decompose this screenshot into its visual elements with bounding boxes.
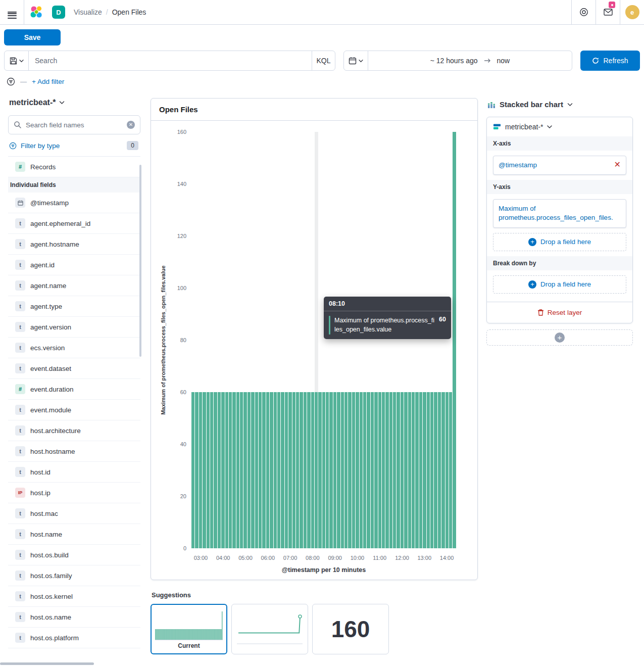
records-field-row[interactable]: # Records	[8, 157, 140, 177]
y-drop-label: Drop a field here	[540, 238, 591, 246]
bar	[352, 392, 355, 548]
text-field-icon: t	[15, 550, 25, 560]
suggestions-row: Current 160	[151, 604, 478, 654]
field-name: event.module	[30, 406, 71, 414]
x-tick-label: 14:00	[440, 555, 454, 561]
field-row[interactable]: #event.duration	[8, 379, 140, 400]
field-name: event.duration	[30, 386, 74, 393]
newsfeed-button[interactable]	[596, 0, 620, 24]
chart-panel: Open Files Maximum of prometheus.process…	[151, 98, 478, 580]
user-menu[interactable]: e	[620, 0, 644, 24]
suggestion-metric[interactable]: 160	[312, 604, 389, 654]
bar	[266, 392, 269, 548]
elastic-logo[interactable]	[24, 0, 48, 24]
chevron-down-icon	[567, 103, 573, 107]
save-button[interactable]: Save	[4, 29, 61, 45]
horizontal-scrollbar[interactable]	[0, 662, 94, 665]
field-row[interactable]: thost.name	[8, 524, 140, 545]
bar	[304, 392, 307, 548]
y-tick-label: 160	[177, 129, 186, 135]
y-dimension-pill[interactable]: Maximum of prometheus.process_files_open…	[493, 199, 626, 227]
layer-index-pattern[interactable]: metricbeat-*	[487, 117, 632, 136]
bar	[434, 392, 437, 548]
date-quick-menu-button[interactable]	[344, 51, 368, 70]
field-row[interactable]: thost.id	[8, 462, 140, 483]
tooltip-value: 60	[439, 316, 446, 334]
field-row[interactable]: tagent.id	[8, 255, 140, 275]
field-name: agent.ephemeral_id	[30, 220, 90, 227]
field-row[interactable]: tagent.ephemeral_id	[8, 213, 140, 234]
field-row[interactable]: tagent.type	[8, 296, 140, 317]
bar	[397, 392, 400, 548]
y-axis-drop-zone[interactable]: + Drop a field here	[493, 233, 626, 251]
field-search-input[interactable]	[26, 121, 123, 129]
number-field-icon: #	[15, 162, 25, 172]
x-tick-label: 06:00	[261, 555, 275, 561]
field-row[interactable]: tagent.version	[8, 317, 140, 338]
saved-query-menu-button[interactable]	[5, 51, 29, 70]
field-row[interactable]: tevent.dataset	[8, 358, 140, 379]
field-row[interactable]: tevent.module	[8, 400, 140, 420]
field-row[interactable]: thost.os.build	[8, 545, 140, 565]
menu-icon[interactable]	[0, 0, 24, 24]
bar	[337, 392, 340, 548]
add-filter-link[interactable]: + Add filter	[32, 78, 64, 85]
field-row[interactable]: thost.os.family	[8, 565, 140, 586]
breakdown-group: + Drop a field here	[487, 270, 632, 299]
date-range[interactable]: ~ 12 hours ago now	[368, 51, 572, 70]
field-row[interactable]: thost.os.kernel	[8, 586, 140, 607]
x-tick-label: 08:00	[306, 555, 320, 561]
field-row[interactable]: thost.hostname	[8, 441, 140, 462]
space-selector[interactable]: D	[48, 0, 69, 24]
y-tick-label: 40	[180, 441, 186, 447]
filter-by-type[interactable]: Filter by type 0	[8, 134, 140, 156]
suggestion-current[interactable]: Current	[151, 604, 227, 654]
field-row[interactable]: tagent.name	[8, 275, 140, 296]
field-row[interactable]: IPhost.ip	[8, 483, 140, 503]
bar	[449, 392, 452, 548]
date-range-start[interactable]: ~ 12 hours ago	[430, 57, 478, 65]
text-field-icon: t	[15, 446, 25, 456]
text-field-icon: t	[15, 280, 25, 291]
filter-count-badge: 0	[127, 141, 138, 150]
x-dimension-pill[interactable]: @timestamp ✕	[493, 156, 626, 175]
field-row[interactable]: thost.architecture	[8, 420, 140, 441]
breakdown-drop-zone[interactable]: + Drop a field here	[493, 275, 626, 294]
search-input[interactable]	[29, 51, 312, 70]
bar	[262, 392, 265, 548]
bar	[277, 392, 280, 548]
field-row[interactable]: tagent.hostname	[8, 234, 140, 255]
clear-search-button[interactable]: ✕	[127, 121, 135, 129]
filter-options-button[interactable]	[7, 77, 15, 86]
text-field-icon: t	[15, 322, 25, 332]
suggestion-line-chart[interactable]	[231, 604, 308, 654]
bar	[218, 392, 221, 548]
x-tick-label: 04:00	[216, 555, 230, 561]
bar	[207, 392, 210, 548]
y-tick-label: 20	[180, 493, 186, 499]
refresh-button[interactable]: Refresh	[580, 51, 640, 71]
add-layer-button[interactable]: +	[555, 332, 565, 343]
y-tick-label: 0	[183, 545, 186, 551]
field-row[interactable]: thost.os.name	[8, 607, 140, 628]
date-range-end[interactable]: now	[497, 57, 510, 65]
index-pattern-switcher[interactable]: metricbeat-*	[8, 98, 140, 115]
breadcrumb-visualize[interactable]: Visualize	[74, 8, 102, 16]
field-row[interactable]: thost.mac	[8, 503, 140, 524]
query-language-button[interactable]: KQL	[312, 51, 335, 70]
bar	[341, 392, 344, 548]
help-button[interactable]	[571, 0, 596, 24]
reset-layer-button[interactable]: Reset layer	[487, 302, 632, 323]
chart-area: Maximum of prometheus.process_files_open…	[151, 121, 477, 580]
sidebar-scrollbar[interactable]	[139, 165, 141, 357]
field-row[interactable]: @timestamp	[8, 193, 140, 213]
text-field-icon: t	[15, 218, 25, 228]
filter-bar: — + Add filter	[0, 71, 644, 88]
bar	[419, 392, 422, 548]
bar	[210, 392, 213, 548]
field-name: host.os.kernel	[30, 593, 73, 600]
field-row[interactable]: tecs.version	[8, 338, 140, 358]
remove-dimension-icon[interactable]: ✕	[614, 161, 621, 169]
field-row[interactable]: thost.os.platform	[8, 628, 140, 648]
chart-type-switcher[interactable]: Stacked bar chart	[486, 98, 633, 117]
